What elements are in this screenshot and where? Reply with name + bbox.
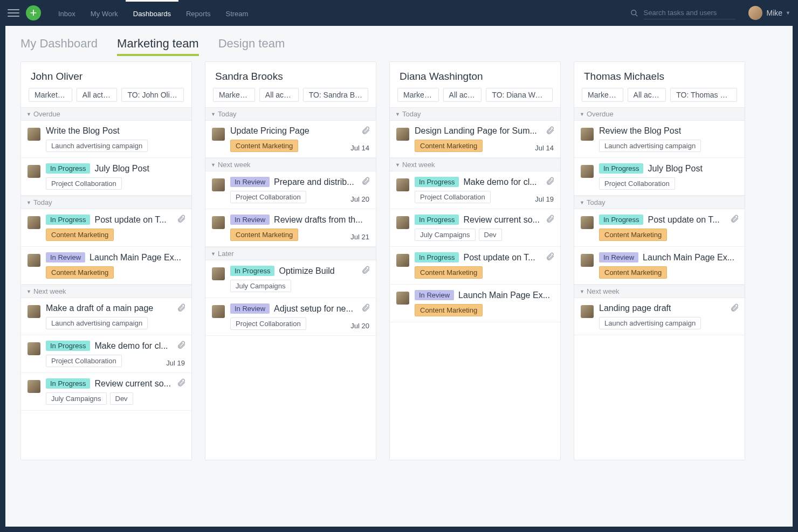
task-row[interactable]: In ProgressJuly Blog PostProject Collabo… [574, 158, 745, 196]
board: John OliverMarketingAll activeTO: John O… [5, 61, 793, 475]
filter-chip[interactable]: All active [259, 88, 299, 102]
task-title: Post update on T... [94, 215, 166, 225]
task-row[interactable]: In ProgressPost update on T...Content Ma… [390, 247, 560, 285]
section-header[interactable]: ▼Overdue [21, 107, 191, 121]
column-title: Thomas Michaels [574, 62, 745, 88]
task-title: Write the Blog Post [46, 126, 120, 136]
task-date: Jul 14 [535, 144, 554, 152]
svg-point-0 [631, 10, 636, 15]
filter-chip[interactable]: TO: Thomas Mic... [670, 88, 737, 102]
assignee-avatar [396, 178, 409, 191]
task-row[interactable]: In ProgressOptimize BuildJuly Campaigns [205, 260, 376, 298]
section-header[interactable]: ▼Today [21, 196, 191, 209]
nav-item-stream[interactable]: Stream [218, 0, 256, 26]
filter-chip[interactable]: All active [77, 88, 118, 102]
task-tag: July Campaigns [230, 280, 291, 292]
section-header[interactable]: ▼Next week [390, 158, 560, 171]
search-input[interactable] [644, 6, 735, 19]
status-badge: In Review [230, 215, 270, 225]
column: Sandra BrooksMarketingAll activeTO: Sand… [205, 61, 376, 460]
svg-line-1 [635, 14, 637, 16]
task-tag: Content Marketing [46, 266, 114, 279]
section-header[interactable]: ▼Today [205, 107, 376, 121]
filter-chip[interactable]: Marketing [29, 88, 72, 102]
status-badge: In Progress [46, 341, 90, 351]
section-header[interactable]: ▼Next week [574, 285, 745, 298]
status-badge: In Progress [415, 252, 459, 262]
task-tag: Project Collaboration [230, 191, 306, 203]
section-label: Overdue [33, 110, 60, 118]
tab-marketing-team[interactable]: Marketing team [117, 37, 199, 56]
task-row[interactable]: In ReviewReview drafts from th...Content… [205, 209, 376, 247]
task-row[interactable]: In ProgressPost update on T...Content Ma… [21, 209, 191, 247]
filter-row: MarketingAll activeTO: Thomas Mic... [574, 88, 745, 107]
task-row[interactable]: In ProgressMake demo for cl...Project Co… [390, 171, 560, 209]
task-row[interactable]: In ProgressMake demo for cl...Project Co… [21, 335, 191, 373]
menu-icon[interactable] [8, 7, 19, 19]
filter-chip[interactable]: Marketing [213, 88, 255, 102]
search-icon[interactable] [630, 9, 638, 17]
tab-my-dashboard[interactable]: My Dashboard [20, 37, 98, 56]
task-tag: Content Marketing [415, 304, 483, 316]
task-title: Optimize Build [279, 266, 334, 276]
task-row[interactable]: In ProgressReview current so...July Camp… [21, 373, 191, 411]
assignee-avatar [27, 128, 40, 141]
task-row[interactable]: In ReviewLaunch Main Page Ex...Content M… [574, 247, 745, 285]
add-button[interactable]: + [26, 5, 41, 20]
nav-item-inbox[interactable]: Inbox [51, 0, 83, 26]
task-title: Post update on T... [648, 215, 719, 225]
task-title: Launch Main Page Ex... [90, 253, 181, 262]
nav-item-reports[interactable]: Reports [178, 0, 218, 26]
section-header[interactable]: ▼Today [390, 107, 560, 121]
task-tag: Content Marketing [415, 140, 483, 152]
section-header[interactable]: ▼Next week [21, 285, 191, 298]
chevron-down-icon: ▼ [395, 112, 400, 117]
task-row[interactable]: Update Pricing PageContent MarketingJul … [205, 121, 376, 158]
nav-item-dashboards[interactable]: Dashboards [126, 0, 178, 26]
status-badge: In Review [230, 303, 270, 314]
task-row[interactable]: In ReviewLaunch Main Page Ex...Content M… [21, 247, 191, 285]
attachment-icon [546, 252, 555, 264]
section-header[interactable]: ▼Next week [205, 158, 376, 171]
task-title: Make demo for cl... [463, 177, 536, 187]
task-row[interactable]: In ProgressReview current so...July Camp… [390, 209, 560, 247]
filter-chip[interactable]: Marketing [582, 88, 623, 102]
task-row[interactable]: Make a draft of a main pageLaunch advert… [21, 298, 191, 335]
attachment-icon [177, 378, 186, 390]
search-area [630, 6, 735, 19]
attachment-icon [361, 126, 370, 137]
nav-item-my-work[interactable]: My Work [83, 0, 126, 26]
task-row[interactable]: In ProgressPost update on T...Content Ma… [574, 209, 745, 247]
topbar: + InboxMy WorkDashboardsReportsStream Mi… [0, 0, 798, 26]
task-title: July Blog Post [648, 164, 702, 174]
task-row[interactable]: In ReviewLaunch Main Page Ex...Content M… [390, 285, 560, 322]
filter-chip[interactable]: TO: John Oliver [121, 88, 184, 102]
task-row[interactable]: Landing page draftLaunch advertising cam… [574, 298, 745, 335]
filter-chip[interactable]: TO: Diana Wash... [486, 88, 553, 102]
task-title: Review the Blog Post [599, 126, 681, 136]
user-menu[interactable]: Mike ▼ [748, 6, 790, 20]
task-title: Make demo for cl... [94, 341, 168, 351]
task-tag: Dev [110, 392, 133, 405]
filter-chip[interactable]: TO: Sandra Bro... [303, 88, 368, 102]
section-header[interactable]: ▼Later [205, 247, 376, 260]
task-row[interactable]: In ReviewPrepare and distrib...Project C… [205, 171, 376, 209]
task-row[interactable]: In ReviewAdjust setup for ne...Project C… [205, 298, 376, 336]
section-header[interactable]: ▼Overdue [574, 107, 745, 121]
filter-chip[interactable]: All active [628, 88, 666, 102]
attachment-icon [546, 215, 555, 226]
assignee-avatar [581, 254, 594, 267]
task-row[interactable]: Write the Blog PostLaunch advertising ca… [21, 121, 191, 158]
content-area: My DashboardMarketing teamDesign team Jo… [5, 26, 793, 527]
task-row[interactable]: In ProgressJuly Blog PostProject Collabo… [21, 158, 191, 196]
assignee-avatar [396, 254, 409, 267]
task-row[interactable]: Design Landing Page for Sum...Content Ma… [390, 121, 560, 158]
assignee-avatar [581, 165, 594, 178]
tab-design-team[interactable]: Design team [218, 37, 285, 56]
filter-chip[interactable]: All active [443, 88, 482, 102]
task-tag: Content Marketing [599, 266, 667, 279]
section-label: Next week [33, 287, 66, 295]
filter-chip[interactable]: Marketing [397, 88, 439, 102]
section-header[interactable]: ▼Today [574, 196, 745, 209]
task-row[interactable]: Review the Blog PostLaunch advertising c… [574, 121, 745, 158]
